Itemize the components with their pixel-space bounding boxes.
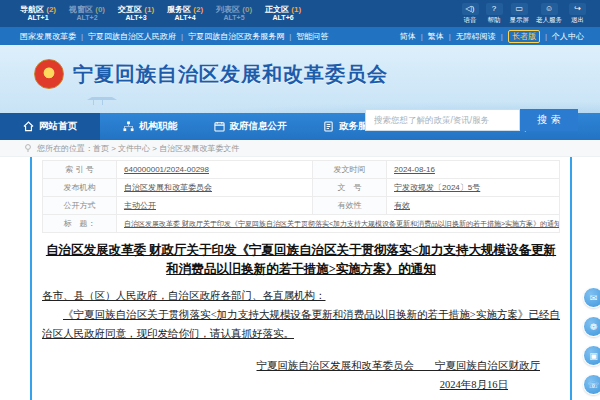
meta-label-disclosure-mode: 公开方式	[43, 197, 117, 215]
zone-hotkey: ALT+5	[216, 14, 252, 22]
meta-label-title: 标 题：	[43, 215, 117, 233]
speaker-icon: ◁)	[462, 3, 479, 15]
zone-hotkey: ALT+4	[167, 14, 203, 22]
elder-service-icon: ☺	[541, 3, 558, 15]
site-search: 搜索	[365, 109, 578, 131]
nav-item-functions[interactable]: 机构职能	[100, 113, 200, 140]
breadcrumb: 您所在的位置：首页 > 文件中心 > 自治区发展改革委文件	[0, 140, 600, 157]
zone-hotkey: ALT+2	[69, 14, 105, 22]
tool-label: 显示屏	[510, 16, 530, 25]
link-gov-service-net[interactable]: 宁夏回族自治区政务服务网	[188, 31, 284, 42]
zone-count: (1)	[291, 5, 301, 14]
zone-count: (2)	[193, 5, 203, 14]
meta-label-validity: 有效性	[313, 197, 387, 215]
link-elder-version[interactable]: 长者版	[508, 30, 540, 43]
a11y-zone-nav[interactable]: 导航区 (2) ALT+1	[20, 5, 56, 22]
link-traditional[interactable]: 繁体	[428, 31, 444, 42]
a11y-tools: ◁) 语音 ? 帮助 ▭ 显示屏 ☺ 老人服务 ↪ 退出	[462, 3, 587, 25]
table-row: 标 题： 自治区发展改革委 财政厅关于印发《宁夏回族自治区关于贯彻落实<加力支持…	[43, 215, 560, 233]
zone-count: (0)	[95, 5, 105, 14]
meta-value-doc-number: 宁发改规发〔2024〕5号	[387, 179, 560, 197]
zone-label: 视窗区	[69, 5, 93, 14]
document-title: 自治区发展改革委 财政厅关于印发《宁夏回族自治区关于贯彻落实<加力支持大规模设备…	[44, 241, 558, 280]
share-ride-icon[interactable]: ❁	[583, 316, 600, 337]
a11y-zone-list[interactable]: 列表区 (0) ALT+5	[216, 5, 252, 22]
a11y-zone-service[interactable]: 服务区 (2) ALT+4	[167, 5, 203, 22]
link-simplified[interactable]: 简体	[400, 31, 416, 42]
link-accessible-reading[interactable]: 无障碍阅读	[456, 31, 496, 42]
zone-hotkey: ALT+3	[118, 14, 154, 22]
sitemap-icon	[123, 121, 134, 132]
voice-button[interactable]: ◁) 语音	[462, 3, 479, 25]
nav-label: 政府信息公开	[230, 120, 287, 133]
zone-count: (1)	[144, 5, 154, 14]
tool-label: 退出	[571, 16, 584, 25]
accessibility-toolbar: 导航区 (2) ALT+1 视窗区 (0) ALT+2 交互区 (1) ALT+…	[0, 0, 600, 27]
document-paragraph: 《宁夏回族自治区关于贯彻落实<加力支持大规模设备更新和消费品以旧换新的若干措施>…	[42, 306, 560, 344]
site-brand[interactable]: ★ 宁夏回族自治区发展和改革委员会	[34, 59, 388, 89]
location-pin-icon	[24, 144, 32, 152]
nav-label: 机构职能	[139, 120, 177, 133]
monitor-icon: ▭	[511, 3, 528, 15]
zone-hotkey: ALT+6	[265, 14, 301, 22]
document-icon	[323, 121, 334, 132]
meta-label-index-no: 索 引 号	[43, 161, 117, 179]
a11y-zone-window[interactable]: 视窗区 (0) ALT+2	[69, 5, 105, 22]
zone-label: 导航区	[20, 5, 44, 14]
link-ndrc[interactable]: 国家发展改革委	[20, 31, 76, 42]
document-body: 自治区发展改革委 财政厅关于印发《宁夏回族自治区关于贯彻落实<加力支持大规模设备…	[42, 241, 560, 400]
share-wechat-icon[interactable]: ☏	[583, 374, 600, 395]
tool-label: 老人服务	[536, 16, 562, 25]
zone-label: 交互区	[118, 5, 142, 14]
search-input[interactable]	[365, 109, 520, 131]
display-button[interactable]: ▭ 显示屏	[510, 3, 530, 25]
a11y-zone-interact[interactable]: 交互区 (1) ALT+3	[118, 5, 154, 22]
nav-item-info-disclosure[interactable]: 政府信息公开	[200, 113, 300, 140]
tool-label: 语音	[464, 16, 477, 25]
meta-label-issue-date: 发文时间	[313, 161, 387, 179]
share-screen-icon[interactable]: ▣	[583, 345, 600, 366]
top-link-bar: 国家发展改革委| 宁夏回族自治区人民政府| 宁夏回族自治区政务服务网| 智能问答…	[0, 27, 600, 45]
meta-value-title: 自治区发展改革委 财政厅关于印发《宁夏回族自治区关于贯彻落实<加力支持大规模设备…	[117, 215, 560, 233]
link-regional-gov[interactable]: 宁夏回族自治区人民政府	[88, 31, 176, 42]
zone-hotkey: ALT+1	[20, 14, 56, 22]
document-salutation: 各市、县（区）人民政府，自治区政府各部门、各直属机构：	[42, 287, 560, 306]
national-emblem-icon: ★	[34, 59, 64, 89]
meta-value-issuing-org: 自治区发展和改革委员会	[117, 179, 313, 197]
signature-date: 2024年8月16日	[42, 376, 560, 395]
link-personal-center[interactable]: 个人中心	[552, 31, 584, 42]
link-smart-qa[interactable]: 智能问答	[296, 31, 328, 42]
document-metadata-table: 索 引 号 640000001/2024-00298 发文时间 2024-08-…	[42, 160, 560, 233]
tool-label: 帮助	[488, 16, 501, 25]
zone-count: (2)	[46, 5, 56, 14]
elder-service-button[interactable]: ☺ 老人服务	[536, 3, 562, 25]
meta-label-doc-number: 文 号	[313, 179, 387, 197]
pavilion-decoration-icon	[84, 97, 110, 105]
calendar-icon	[214, 121, 225, 132]
breadcrumb-text: 您所在的位置：首页 > 文件中心 > 自治区发展改革委文件	[37, 143, 239, 154]
zone-label: 正文区	[265, 5, 289, 14]
signature-organizations: 宁夏回族自治区发展和改革委员会 宁夏回族自治区财政厅	[42, 357, 560, 376]
meta-label-issuing-org: 发布机构	[43, 179, 117, 197]
zone-count: (0)	[242, 5, 252, 14]
search-button[interactable]: 搜索	[520, 109, 578, 131]
question-icon: ?	[486, 3, 503, 15]
table-row: 公开方式 主动公开 有效性 有效	[43, 197, 560, 215]
zone-label: 列表区	[216, 5, 240, 14]
nav-label: 网站首页	[39, 120, 77, 133]
meta-value-index-no: 640000001/2024-00298	[117, 161, 313, 179]
meta-value-validity: 有效	[387, 197, 560, 215]
nav-item-home[interactable]: 网站首页	[0, 113, 100, 140]
document-content-panel: 索 引 号 640000001/2024-00298 发文时间 2024-08-…	[30, 157, 572, 400]
home-icon	[23, 121, 34, 132]
exit-button[interactable]: ↪ 退出	[569, 3, 586, 25]
site-header: ★ 宁夏回族自治区发展和改革委员会 搜索	[0, 45, 600, 113]
meta-value-issue-date: 2024-08-16	[387, 161, 560, 179]
share-comment-icon[interactable]: ✉	[583, 287, 600, 308]
help-button[interactable]: ? 帮助	[486, 3, 503, 25]
site-title: 宁夏回族自治区发展和改革委员会	[73, 61, 388, 88]
zone-label: 服务区	[167, 5, 191, 14]
floating-share-toolbar: ✉ ❁ ▣ ☏ ⚙	[583, 287, 600, 400]
a11y-zone-body[interactable]: 正文区 (1) ALT+6	[265, 5, 301, 22]
exit-icon: ↪	[569, 3, 586, 15]
